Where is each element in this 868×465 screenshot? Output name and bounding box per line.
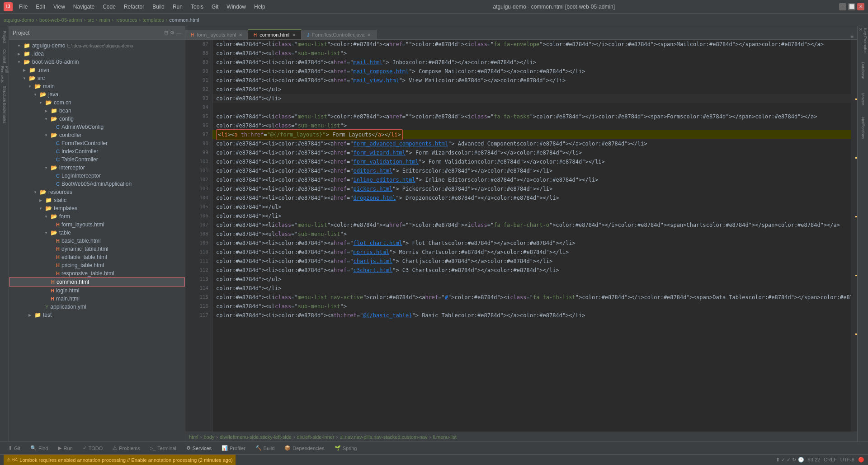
tree-item-idea[interactable]: 📁.idea — [9, 50, 185, 58]
code-line-87[interactable]: color:#e8784d"><li class="menu-list">col… — [212, 40, 851, 49]
tab-FormTestController-java[interactable]: JFormTestController.java✕ — [302, 30, 377, 39]
tree-item-form[interactable]: 📂form — [9, 212, 185, 221]
tree-item-editable_table[interactable]: Heditable_table.html — [9, 253, 185, 261]
tree-item-static[interactable]: 📁static — [9, 196, 185, 204]
code-content[interactable]: color:#e8784d"><li class="menu-list">col… — [212, 40, 851, 432]
left-icon-4[interactable]: Bookmarks — [0, 104, 9, 122]
bottom-tab-services[interactable]: ⚙Services — [182, 444, 216, 452]
code-line-106[interactable]: color:#e8784d"></li> — [212, 211, 851, 221]
editor-bc-item-1[interactable]: body — [203, 434, 214, 440]
tree-item-basic_table[interactable]: Hbasic_table.html — [9, 237, 185, 245]
code-line-104[interactable]: color:#e8784d"><li>color:#e8784d"><a hre… — [212, 193, 851, 202]
code-line-90[interactable]: color:#e8784d"><li>color:#e8784d"><a hre… — [212, 67, 851, 76]
tree-item-src[interactable]: 📂src — [9, 74, 185, 82]
code-line-110[interactable]: color:#e8784d"><li>color:#e8784d"><a hre… — [212, 248, 851, 257]
menu-edit[interactable]: Edit — [32, 3, 49, 11]
bottom-tab-todo[interactable]: ✓TODO — [78, 444, 108, 452]
tree-item-common[interactable]: Hcommon.html — [9, 277, 185, 287]
bottom-tab-dependencies[interactable]: 📦Dependencies — [280, 444, 329, 452]
code-line-115[interactable]: color:#e8784d"><li class="menu-list nav-… — [212, 293, 851, 302]
tree-item-TableController[interactable]: CTableController — [9, 155, 185, 164]
tree-item-controller[interactable]: 📂controller — [9, 131, 185, 139]
tree-item-AdminWebConfig[interactable]: CAdminWebConfig — [9, 123, 185, 131]
tree-item-main[interactable]: 📂main — [9, 82, 185, 90]
code-line-91[interactable]: color:#e8784d"><li>color:#e8784d"><a hre… — [212, 76, 851, 85]
code-line-101[interactable]: color:#e8784d"><li>color:#e8784d"><a hre… — [212, 166, 851, 175]
right-panel-icon-3[interactable]: Notifications — [859, 115, 867, 142]
tree-item-IndexController[interactable]: CIndexController — [9, 147, 185, 155]
more-tabs-icon[interactable]: ≡ — [847, 33, 857, 39]
editor-bc-item-0[interactable]: html — [189, 434, 198, 440]
menu-tools[interactable]: Tools — [187, 3, 207, 11]
code-line-113[interactable]: color:#e8784d"></ul> — [212, 275, 851, 284]
collapse-all-icon[interactable]: ⊟ — [164, 30, 168, 36]
tree-item-responsive_table[interactable]: Hresponsive_table.html — [9, 269, 185, 277]
code-line-94[interactable] — [212, 103, 851, 112]
hide-panel-icon[interactable]: — — [176, 30, 181, 36]
tree-item-interceptor[interactable]: 📂interceptor — [9, 164, 185, 172]
code-line-98[interactable]: color:#e8784d"><li>color:#e8784d"><a hre… — [212, 139, 851, 148]
right-panel-icon-1[interactable]: Database — [859, 57, 867, 84]
tree-item-java[interactable]: 📂java — [9, 90, 185, 99]
editor-bc-item-5[interactable]: li.menu-list — [433, 434, 457, 440]
menu-build[interactable]: Build — [149, 3, 168, 11]
breadcrumb-item-1[interactable]: boot-web-05-admin — [39, 17, 82, 23]
code-line-92[interactable]: color:#e8784d"></ul> — [212, 85, 851, 94]
tab-close-icon[interactable]: ✕ — [239, 33, 242, 38]
tree-item-BootWeb05AdminApplication[interactable]: CBootWeb05AdminApplication — [9, 180, 185, 188]
breadcrumb-item-0[interactable]: atguigu-demo — [4, 17, 34, 23]
code-line-107[interactable]: color:#e8784d"><li class="menu-list">col… — [212, 221, 851, 230]
tree-item-templates[interactable]: 📂templates — [9, 204, 185, 212]
minimize-button[interactable]: — — [839, 3, 846, 10]
code-line-97[interactable]: <li><a th:href="@{/form_layouts}"> Form … — [212, 130, 851, 139]
tree-item-bean[interactable]: 📁bean — [9, 107, 185, 115]
menu-window[interactable]: Window — [223, 3, 250, 11]
tree-item-form_layouts[interactable]: Hform_layouts.html — [9, 221, 185, 229]
tree-item-com-cn[interactable]: 📂com.cn — [9, 99, 185, 107]
code-line-100[interactable]: color:#e8784d"><li>color:#e8784d"><a hre… — [212, 157, 851, 166]
bottom-tab-run[interactable]: ▶Run — [53, 444, 77, 452]
tree-item-pricing_table[interactable]: Hpricing_table.html — [9, 261, 185, 269]
menu-git[interactable]: Git — [208, 3, 222, 11]
left-icon-3[interactable]: Structure — [0, 85, 9, 103]
code-line-102[interactable]: color:#e8784d"><li>color:#e8784d"><a hre… — [212, 175, 851, 184]
tree-item-mvn[interactable]: 📁.mvn — [9, 66, 185, 74]
tree-item-dynamic_table[interactable]: Hdynamic_table.html — [9, 245, 185, 253]
tree-item-main-html[interactable]: Hmain.html — [9, 295, 185, 303]
breadcrumb-item-4[interactable]: resources — [115, 17, 137, 23]
code-line-108[interactable]: color:#e8784d"><ul class="sub-menu-list"… — [212, 230, 851, 239]
editor-bc-item-2[interactable]: div#leftmenu-side.sticky-left-side — [220, 434, 292, 440]
status-warning[interactable]: ⚠ 64 Lombok requires enabled annotation … — [4, 455, 236, 465]
code-line-111[interactable]: color:#e8784d"><li>color:#e8784d"><a hre… — [212, 257, 851, 266]
tree-item-LoginInterceptor[interactable]: CLoginInterceptor — [9, 172, 185, 180]
tab-close-icon[interactable]: ✕ — [292, 33, 296, 38]
left-icon-1[interactable]: Commit — [0, 47, 9, 65]
menu-refactor[interactable]: Refactor — [120, 3, 148, 11]
left-icon-0[interactable]: Project — [0, 28, 9, 46]
breadcrumb-item-5[interactable]: templates — [142, 17, 164, 23]
code-line-114[interactable]: color:#e8784d"></li> — [212, 284, 851, 293]
menu-code[interactable]: Code — [99, 3, 119, 11]
code-line-93[interactable]: color:#e8784d"></li> — [212, 94, 851, 103]
right-panel-icon-2[interactable]: Maven — [859, 86, 867, 113]
tab-common-html[interactable]: Hcommon.html✕ — [248, 29, 302, 39]
bottom-tab-find[interactable]: 🔍Find — [26, 444, 52, 452]
tab-form_layouts-html[interactable]: Hform_layouts.html✕ — [185, 30, 248, 39]
tree-item-table[interactable]: 📂table — [9, 229, 185, 237]
menu-help[interactable]: Help — [250, 3, 269, 11]
code-line-117[interactable]: color:#e8784d"><li>color:#e8784d"><a th:… — [212, 311, 851, 320]
bottom-tab-spring[interactable]: 🌱Spring — [330, 444, 362, 452]
bottom-tab-profiler[interactable]: 📊Profiler — [217, 444, 250, 452]
tab-close-icon[interactable]: ✕ — [367, 33, 371, 38]
code-line-112[interactable]: color:#e8784d"><li>color:#e8784d"><a hre… — [212, 266, 851, 275]
code-line-109[interactable]: color:#e8784d"><li>color:#e8784d"><a hre… — [212, 239, 851, 248]
code-line-99[interactable]: color:#e8784d"><li>color:#e8784d"><a hre… — [212, 148, 851, 157]
code-line-89[interactable]: color:#e8784d"><li>color:#e8784d"><a hre… — [212, 58, 851, 67]
close-button[interactable]: ✕ — [857, 3, 864, 10]
editor-bc-item-4[interactable]: ul.nav.nav-pills.nav-stacked.custom-nav — [340, 434, 427, 440]
tree-item-test[interactable]: 📁test — [9, 311, 185, 319]
settings-icon[interactable]: ⚙ — [170, 30, 175, 36]
editor-bc-item-3[interactable]: div.left-side-inner — [297, 434, 335, 440]
bottom-tab-build[interactable]: 🔨Build — [251, 444, 279, 452]
code-line-88[interactable]: color:#e8784d"><ul class="sub-menu-list"… — [212, 49, 851, 58]
